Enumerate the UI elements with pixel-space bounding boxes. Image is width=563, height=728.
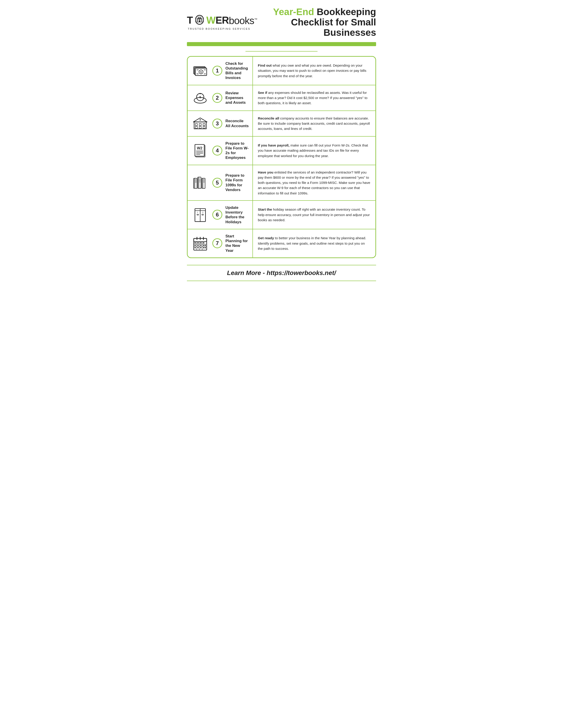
left-panel-4: W2 4 Prepare to File Form W-2s for Emplo… — [187, 137, 253, 165]
title-year-end: Year-End — [273, 7, 314, 17]
green-bar — [187, 42, 376, 46]
calendar-icon — [191, 235, 209, 251]
logo-text: T — [187, 15, 257, 27]
desc-bold-7: Get ready — [258, 236, 274, 240]
svg-rect-26 — [195, 124, 197, 126]
number-badge-7: 7 — [212, 238, 222, 248]
description-1: Find out what you owe and what you are o… — [258, 63, 371, 79]
right-panel-1: Find out what you owe and what you are o… — [253, 57, 376, 85]
w2-svg: W2 — [192, 142, 208, 159]
svg-point-80 — [205, 245, 206, 246]
svg-rect-9 — [201, 20, 201, 21]
piggybank-icon: $ — [191, 90, 209, 106]
logo-tower: T — [187, 15, 229, 27]
svg-point-75 — [203, 242, 204, 243]
item-title-1: Check for Outstanding Bills and Invoices — [225, 61, 249, 80]
svg-point-77 — [197, 245, 198, 246]
number-badge-5: 5 — [212, 178, 222, 188]
svg-point-76 — [194, 245, 196, 246]
svg-point-79 — [203, 245, 204, 246]
desc-rest-7: to better your business in the New Year … — [258, 236, 366, 250]
folders-icon — [191, 175, 209, 191]
svg-rect-51 — [202, 178, 203, 188]
item-title-7: Start Planning for the New Year — [225, 234, 249, 253]
logo-tagline: TRUSTED BOOKKEEPING SERVICES — [188, 27, 250, 30]
item-title-5: Prepare to File Form 1099s for Vendors — [225, 173, 249, 192]
svg-rect-22 — [199, 93, 201, 94]
logo-area: T — [187, 15, 257, 30]
desc-bold-1: Find out — [258, 63, 271, 67]
svg-rect-10 — [199, 20, 200, 22]
svg-rect-46 — [198, 177, 199, 188]
svg-rect-5 — [197, 19, 198, 20]
page-title: Year-End Bookkeeping Checklist for Small… — [257, 7, 376, 38]
item-title-6: Update Inventory Before the Holidays — [225, 205, 249, 224]
checklist-row-6: t 1 6 Update Inventory Before the Holida… — [187, 201, 376, 229]
description-2: See if any expenses should be reclassifi… — [258, 90, 371, 106]
folders-svg — [192, 175, 208, 191]
right-panel-2: See if any expenses should be reclassifi… — [253, 85, 376, 110]
svg-text:1: 1 — [202, 211, 203, 214]
logo-w: W — [206, 15, 215, 26]
svg-point-82 — [197, 247, 198, 248]
right-panel-7: Get ready to better your business in the… — [253, 229, 376, 257]
number-badge-2: 2 — [212, 93, 222, 103]
bank-icon — [191, 115, 209, 132]
right-panel-5: Have you enlisted the services of an ind… — [253, 165, 376, 200]
checklist-row-3: 3 Reconcile All Accounts Reconcile all c… — [187, 111, 376, 137]
left-panel-7: 7 Start Planning for the New Year — [187, 229, 253, 257]
header: T — [187, 7, 376, 38]
desc-bold-4: If you have payroll, — [258, 143, 290, 147]
title-bookkeeping: Bookkeeping — [317, 7, 376, 17]
svg-point-85 — [205, 247, 206, 248]
description-5: Have you enlisted the services of an ind… — [258, 170, 371, 196]
svg-rect-7 — [201, 19, 201, 20]
desc-bold-6: Start the — [258, 207, 272, 211]
footer-text: Learn More - https://towerbooks.net/ — [187, 269, 376, 277]
desc-rest-2: any expenses should be reclassified as a… — [258, 91, 368, 105]
title-subtitle: Checklist for Small Businesses — [291, 17, 376, 38]
bills-icon: $ — [191, 63, 209, 79]
desc-bold-2: See if — [258, 91, 267, 95]
svg-point-73 — [197, 242, 198, 243]
number-badge-1: 1 — [212, 66, 222, 76]
svg-rect-58 — [202, 214, 203, 215]
checklist-row-5: 5 Prepare to File Form 1099s for Vendors… — [187, 165, 376, 201]
svg-text:t: t — [197, 211, 198, 214]
svg-point-32 — [199, 119, 201, 120]
description-6: Start the holiday season off right with … — [258, 207, 371, 223]
footer: Learn More - https://towerbooks.net/ — [187, 265, 376, 281]
description-7: Get ready to better your business in the… — [258, 235, 371, 251]
right-panel-4: If you have payroll, make sure can fill … — [253, 137, 376, 165]
svg-rect-31 — [203, 126, 205, 128]
svg-point-74 — [200, 242, 201, 243]
svg-rect-4 — [200, 18, 200, 18]
svg-text:$: $ — [199, 95, 201, 99]
svg-text:W2: W2 — [197, 146, 202, 150]
svg-rect-8 — [197, 20, 198, 21]
desc-rest-1: what you owe and what you are owed. Depe… — [258, 63, 367, 78]
divider-line — [245, 51, 318, 52]
bank-svg — [192, 115, 208, 132]
cabinet-icon: t 1 — [191, 207, 209, 223]
svg-rect-62 — [194, 239, 207, 250]
title-area: Year-End Bookkeeping Checklist for Small… — [257, 7, 376, 38]
desc-rest-6: holiday season off right with an accurat… — [258, 207, 370, 222]
desc-bold-5: Have you — [258, 170, 273, 174]
desc-bold-3: Reconcile all — [258, 116, 279, 120]
checklist-row-7: 7 Start Planning for the New Year Get re… — [187, 229, 376, 257]
svg-rect-29 — [195, 126, 197, 128]
left-panel-6: t 1 6 Update Inventory Before the Holida… — [187, 201, 253, 229]
logo-tm: ™ — [254, 18, 257, 21]
bills-svg: $ — [192, 63, 208, 79]
svg-text:$: $ — [200, 70, 202, 73]
checklist-row-2: $ 2 Review Expenses and Assets See if an… — [187, 85, 376, 111]
svg-rect-28 — [203, 124, 205, 126]
svg-rect-3 — [199, 18, 199, 18]
desc-rest-5: enlisted the services of an independent … — [258, 170, 370, 195]
svg-rect-6 — [199, 19, 200, 20]
checklist: $ 1 Check for Outstanding Bills and Invo… — [187, 56, 376, 258]
logo-books: books™ — [229, 15, 257, 26]
left-panel-1: $ 1 Check for Outstanding Bills and Invo… — [187, 57, 253, 85]
left-panel-5: 5 Prepare to File Form 1099s for Vendors — [187, 165, 253, 200]
